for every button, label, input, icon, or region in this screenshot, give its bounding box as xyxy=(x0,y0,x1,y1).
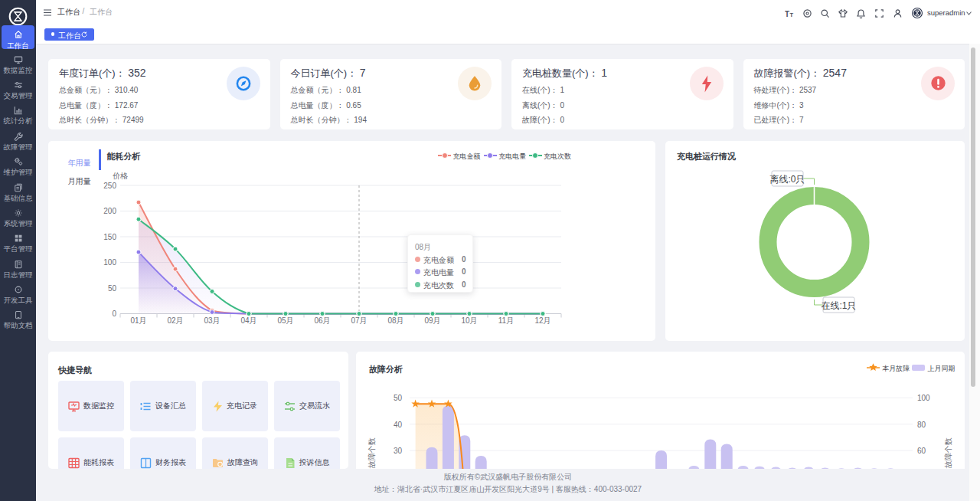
svg-text:250: 250 xyxy=(103,182,116,190)
svg-text:故障个数: 故障个数 xyxy=(944,437,952,469)
svg-text:02月: 02月 xyxy=(167,316,183,325)
svg-text:60: 60 xyxy=(917,447,926,455)
svg-text:09月: 09月 xyxy=(424,316,440,325)
svg-text:0: 0 xyxy=(112,309,116,318)
svg-text:100: 100 xyxy=(917,394,930,402)
svg-text:在线:1只: 在线:1只 xyxy=(821,300,856,311)
svg-text:50: 50 xyxy=(394,394,403,402)
svg-text:12月: 12月 xyxy=(534,316,550,325)
svg-text:离线:0只: 离线:0只 xyxy=(769,174,805,185)
svg-text:故障个数: 故障个数 xyxy=(368,437,376,469)
svg-text:30: 30 xyxy=(394,447,403,455)
svg-text:100: 100 xyxy=(103,258,116,267)
svg-text:11月: 11月 xyxy=(498,316,514,325)
svg-text:150: 150 xyxy=(103,233,116,241)
svg-text:80: 80 xyxy=(917,421,926,429)
svg-text:04月: 04月 xyxy=(240,316,256,325)
svg-text:05月: 05月 xyxy=(277,316,293,325)
svg-text:T: T xyxy=(790,11,794,18)
svg-text:06月: 06月 xyxy=(314,316,330,325)
svg-text:价格: 价格 xyxy=(113,172,128,180)
svg-text:01月: 01月 xyxy=(130,316,146,325)
svg-text:50: 50 xyxy=(108,284,117,293)
svg-text:10月: 10月 xyxy=(461,316,477,325)
svg-text:200: 200 xyxy=(103,207,116,215)
svg-text:40: 40 xyxy=(394,421,403,429)
svg-text:07月: 07月 xyxy=(351,316,367,325)
svg-text:T: T xyxy=(785,10,789,18)
svg-text:08月: 08月 xyxy=(387,316,403,325)
svg-text:03月: 03月 xyxy=(204,316,220,325)
